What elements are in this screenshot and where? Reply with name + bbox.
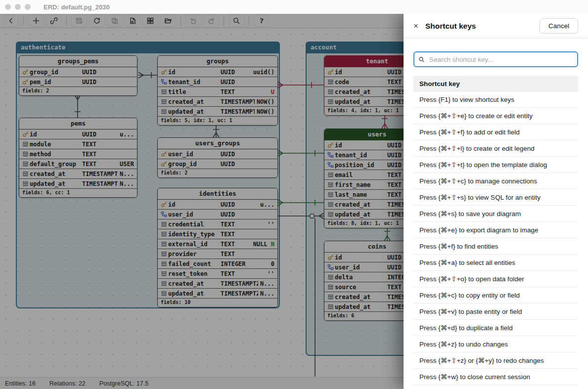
shortcut-row: Press {⌘+⇧+s} to view SQL for an entity (413, 189, 578, 206)
panel-header: × Shortcut keys Cancel (404, 14, 588, 39)
window-title: ERD: default.pg_2030 (44, 3, 110, 11)
shortcut-row: Press {⌘+w} to close current session (413, 369, 578, 385)
close-window-button[interactable] (5, 4, 11, 10)
shortcut-row: Press {⌘+r} to reset current session (413, 385, 578, 389)
panel-body: Shortcut key Press {F1} to view shortcut… (404, 39, 588, 389)
shortcut-row: Press {⌘+⇧+o} to open data folder (413, 271, 578, 287)
shortcut-row: Press {⌘+⇧+l} to create or edit legend (413, 140, 578, 157)
shortcut-row: Press {⌘+d} to duplicate a field (413, 320, 578, 336)
maximize-window-button[interactable] (25, 4, 31, 10)
panel-title: Shortcut keys (425, 22, 476, 31)
shortcut-row: Press {⌘+a} to select all entities (413, 255, 578, 271)
minimize-window-button[interactable] (15, 4, 21, 10)
shortcut-list-header: Shortcut key (413, 76, 578, 92)
shortcut-row: Press {⌘+c} to copy entity or field (413, 287, 578, 303)
close-panel-icon[interactable]: × (413, 22, 418, 30)
cancel-button[interactable]: Cancel (540, 18, 578, 34)
shortcut-row: Press {⌘+s} to save your diagram (413, 206, 578, 222)
search-icon (418, 56, 425, 62)
window-controls (5, 4, 31, 10)
shortcut-row: Press {⌘+⇧+e} to create or edit entity (413, 108, 578, 124)
shortcut-row: Press {⌘+f} to find entities (413, 238, 578, 255)
shortcut-row: Press {⌘+⇧+f} to add or edit field (413, 124, 578, 140)
erd-application-window: ERD: default.pg_2030 ? authenticateaccou… (0, 0, 588, 389)
shortcut-row: Press {F1} to view shortcut keys (413, 92, 578, 108)
shortcut-row: Press {⌘+v} to paste entity or field (413, 303, 578, 320)
search-shortcut-input[interactable] (413, 51, 578, 67)
shortcut-search (413, 51, 578, 67)
shortcut-row: Press {⌘+⇧+z} or {⌘+y} to redo changes (413, 352, 578, 369)
shortcut-list: Press {F1} to view shortcut keysPress {⌘… (413, 92, 578, 389)
modal-backdrop[interactable] (0, 14, 404, 389)
shortcut-row: Press {⌘+e} to export diagram to image (413, 222, 578, 238)
shortcut-row: Press {⌘+⇧+c} to manage connections (413, 173, 578, 189)
shortcut-row: Press {⌘+z} to undo changes (413, 336, 578, 352)
shortcut-row: Press {⌘+⇧+t} to open the template dialo… (413, 157, 578, 173)
shortcut-keys-panel: × Shortcut keys Cancel Shortcut key Pres… (404, 14, 588, 389)
window-titlebar: ERD: default.pg_2030 (0, 0, 588, 14)
